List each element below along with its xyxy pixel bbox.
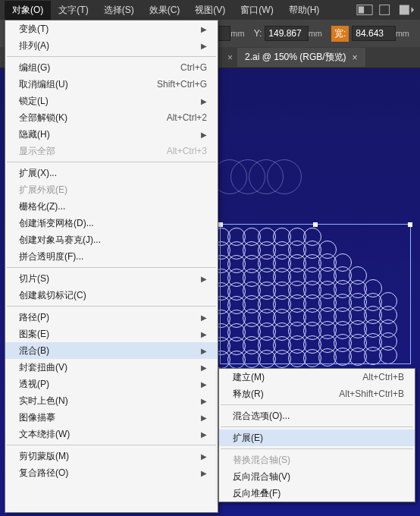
menu-item[interactable]: 变换(T)▶ — [5, 20, 218, 37]
menu-separator — [7, 445, 216, 445]
doc-icon[interactable] — [378, 4, 394, 16]
menu-item[interactable]: 切片(S)▶ — [5, 270, 218, 287]
submenu-arrow-icon: ▶ — [201, 397, 207, 405]
menu-separator — [7, 267, 216, 268]
submenu-item[interactable]: 反向混合轴(V) — [219, 468, 415, 485]
menu-item-label: 路径(P) — [19, 311, 198, 324]
submenu-item[interactable]: 建立(M)Alt+Ctrl+B — [219, 369, 415, 385]
menu-item[interactable]: 隐藏(H)▶ — [5, 126, 218, 143]
menu-item[interactable]: 图像描摹▶ — [5, 409, 218, 426]
menu-item[interactable]: 封套扭曲(V)▶ — [5, 359, 218, 376]
menu-item-shortcut: Alt+Ctrl+2 — [167, 112, 207, 123]
menu-item: 扩展外观(E) — [5, 181, 218, 198]
document-tab[interactable]: 2.ai @ 150% (RGB/预览) × — [237, 48, 365, 67]
menu-item[interactable]: 复合路径(O)▶ — [5, 464, 218, 481]
submenu-arrow-icon: ▶ — [201, 363, 207, 372]
layout-icon[interactable] — [356, 4, 373, 16]
menu-item-label: 剪切蒙版(M) — [19, 450, 198, 463]
menu-item[interactable]: 锁定(L)▶ — [5, 93, 218, 109]
submenu-item-label: 扩展(E) — [233, 432, 404, 445]
menu-item-label: 封套扭曲(V) — [19, 361, 198, 374]
menu-item-label: 创建渐变网格(D)... — [19, 217, 207, 230]
menu-item-label: 栅格化(Z)... — [19, 200, 207, 213]
submenu-arrow-icon: ▶ — [201, 469, 207, 477]
submenu-item[interactable]: 混合选项(O)... — [219, 407, 415, 424]
prev-tab-close-icon[interactable]: × — [227, 52, 233, 63]
menu-separator — [7, 162, 216, 162]
submenu-item[interactable]: 释放(R)Alt+Shift+Ctrl+B — [219, 385, 415, 402]
svg-rect-1 — [359, 6, 364, 13]
submenu-arrow-icon: ▶ — [201, 330, 207, 338]
menu-item[interactable]: 全部解锁(K)Alt+Ctrl+2 — [5, 109, 218, 126]
submenu-item-shortcut: Alt+Ctrl+B — [362, 372, 404, 382]
menu-item[interactable]: 创建裁切标记(C) — [5, 287, 218, 304]
menu-item[interactable]: 实时上色(N)▶ — [5, 392, 218, 409]
menu-item[interactable]: 图案(E)▶ — [5, 326, 218, 342]
menu-effect[interactable]: 效果(C) — [142, 1, 188, 20]
x-unit: mm — [230, 29, 244, 38]
menu-item: 显示全部Alt+Ctrl+3 — [5, 143, 218, 159]
menu-item-label: 创建对象马赛克(J)... — [19, 234, 207, 247]
workspace-icon[interactable] — [399, 4, 415, 16]
submenu-item-label: 释放(R) — [233, 388, 339, 401]
submenu-arrow-icon: ▶ — [201, 275, 207, 283]
submenu-item-label: 反向混合轴(V) — [233, 470, 404, 483]
menu-select[interactable]: 选择(S) — [96, 1, 142, 20]
menu-item-label: 文本绕排(W) — [19, 428, 198, 441]
blend-submenu: 建立(M)Alt+Ctrl+B释放(R)Alt+Shift+Ctrl+B混合选项… — [218, 368, 415, 502]
selection-handle[interactable] — [313, 222, 318, 227]
menu-object[interactable]: 对象(O) — [5, 1, 51, 20]
menu-item[interactable]: 排列(A)▶ — [5, 37, 218, 54]
submenu-arrow-icon: ▶ — [201, 430, 207, 439]
menu-item[interactable]: 创建渐变网格(D)... — [5, 215, 218, 231]
menu-help[interactable]: 帮助(H) — [281, 1, 328, 20]
submenu-arrow-icon: ▶ — [201, 25, 207, 33]
submenu-item-label: 替换混合轴(S) — [233, 454, 404, 467]
submenu-item-label: 反向堆叠(F) — [233, 487, 404, 500]
menu-item[interactable]: 混合(B)▶ — [5, 342, 218, 359]
menu-item-label: 排列(A) — [19, 39, 198, 52]
y-unit: mm — [309, 29, 322, 38]
menu-item[interactable]: 创建对象马赛克(J)... — [5, 231, 218, 248]
submenu-item-label: 建立(M) — [233, 371, 362, 384]
menu-item[interactable]: 文本绕排(W)▶ — [5, 426, 218, 442]
selection-bounding-box[interactable] — [220, 224, 411, 364]
menu-item[interactable]: 栅格化(Z)... — [5, 198, 218, 215]
selection-handle[interactable] — [218, 222, 223, 227]
svg-rect-2 — [380, 5, 390, 15]
submenu-arrow-icon: ▶ — [201, 452, 207, 461]
menu-item[interactable]: 拼合透明度(F)... — [5, 248, 218, 265]
menu-window[interactable]: 窗口(W) — [233, 1, 281, 20]
menu-view[interactable]: 视图(V) — [187, 1, 233, 20]
y-value-field[interactable]: 149.867 — [265, 26, 308, 41]
menu-item-label: 实时上色(N) — [19, 395, 198, 407]
menu-item[interactable]: 取消编组(U)Shift+Ctrl+G — [5, 76, 218, 93]
selection-handle[interactable] — [408, 222, 412, 227]
submenu-item[interactable]: 扩展(E) — [219, 429, 415, 446]
menu-item-label: 变换(T) — [19, 23, 198, 36]
object-menu-dropdown: 变换(T)▶排列(A)▶编组(G)Ctrl+G取消编组(U)Shift+Ctrl… — [5, 20, 218, 513]
menu-item[interactable]: 扩展(X)... — [5, 165, 218, 181]
menu-item[interactable]: 路径(P)▶ — [5, 309, 218, 326]
submenu-item[interactable]: 反向堆叠(F) — [219, 485, 415, 502]
menu-separator — [221, 448, 413, 449]
menu-separator — [7, 306, 216, 307]
submenu-item-label: 混合选项(O)... — [233, 410, 404, 423]
menu-item-label: 锁定(L) — [19, 95, 198, 108]
menu-type[interactable]: 文字(T) — [51, 1, 96, 20]
menu-item[interactable]: 透视(P)▶ — [5, 376, 218, 392]
y-label: Y: — [254, 28, 262, 39]
menu-item-label: 复合路径(O) — [19, 467, 198, 480]
submenu-arrow-icon: ▶ — [201, 97, 207, 105]
menu-item[interactable]: 编组(G)Ctrl+G — [5, 59, 218, 76]
menu-item-label: 扩展外观(E) — [19, 184, 207, 197]
menu-item[interactable]: 剪切蒙版(M)▶ — [5, 448, 218, 464]
close-icon[interactable]: × — [353, 52, 358, 63]
menu-separator — [7, 56, 216, 57]
submenu-arrow-icon: ▶ — [201, 131, 207, 139]
submenu-item: 替换混合轴(S) — [219, 452, 415, 468]
menu-item-shortcut: Shift+Ctrl+G — [157, 79, 207, 90]
svg-rect-3 — [400, 5, 409, 15]
menu-separator — [221, 426, 413, 427]
width-value-field[interactable]: 84.643 — [352, 26, 395, 41]
